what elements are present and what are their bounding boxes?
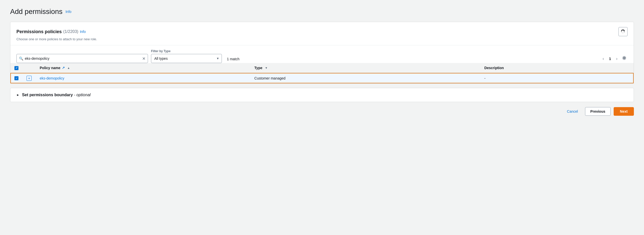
prev-page-button[interactable]: ‹: [601, 55, 605, 62]
row-policy-name-cell: eks-demopolicy: [36, 73, 250, 84]
filter-type-label: Filter by Type: [151, 49, 222, 53]
row-checkbox-cell[interactable]: ✓: [10, 73, 23, 84]
footer: Cancel Previous Next: [10, 102, 634, 116]
filter-row: 🔍 ✕ Filter by Type All types AWS managed…: [10, 45, 634, 63]
permissions-card: Permissions policies (1/2203) Info Choos…: [10, 22, 634, 84]
row-type-cell: Customer managed: [250, 73, 480, 84]
boundary-optional-text: - optional: [74, 93, 91, 97]
pagination-row: ‹ 1 ›: [601, 55, 628, 63]
previous-button[interactable]: Previous: [585, 107, 611, 116]
cancel-button[interactable]: Cancel: [563, 107, 582, 115]
page-info-link[interactable]: Info: [66, 10, 71, 14]
card-count: (1/2203): [63, 29, 78, 34]
policy-name-col-label: Policy name: [40, 66, 60, 70]
th-expand: [23, 63, 36, 73]
card-title-group: Permissions policies (1/2203) Info: [16, 29, 86, 34]
table-row[interactable]: ✓ + eks-demopolicy Customer managed: [10, 73, 634, 84]
refresh-button[interactable]: [618, 27, 628, 36]
next-button[interactable]: Next: [614, 107, 634, 116]
row-type-value: Customer managed: [254, 76, 286, 80]
header-checkbox[interactable]: ✓: [14, 66, 18, 70]
external-link-icon: ↗: [62, 66, 65, 70]
sort-desc-icon: ▼: [265, 66, 268, 69]
page-container: Add permissions Info Permissions policie…: [10, 8, 634, 116]
policy-table: ✓ Policy name ↗ ▲: [10, 63, 634, 84]
page-number: 1: [608, 57, 613, 61]
boundary-title-text: Set permissions boundary: [22, 93, 73, 97]
description-col-label: Description: [484, 66, 504, 70]
expand-icon[interactable]: +: [27, 76, 32, 81]
search-input[interactable]: [16, 54, 148, 63]
card-title: Permissions policies: [16, 29, 62, 34]
type-select-wrapper: All types AWS managed Customer managed I…: [151, 54, 222, 63]
row-expand-cell[interactable]: +: [23, 73, 36, 84]
checkmark-icon: ✓: [15, 67, 18, 69]
sort-asc-icon: ▲: [67, 66, 70, 69]
card-title-row: Permissions policies (1/2203) Info: [16, 27, 628, 36]
table-section: ✓ Policy name ↗ ▲: [10, 63, 634, 84]
page-title-row: Add permissions Info: [10, 8, 634, 16]
clear-search-button[interactable]: ✕: [142, 56, 146, 62]
type-col-label: Type: [254, 66, 263, 70]
boundary-expand-arrow: ►: [16, 93, 19, 97]
gear-icon: [622, 56, 627, 60]
th-type[interactable]: Type ▼: [250, 63, 480, 73]
row-checkmark-icon: ✓: [15, 77, 18, 80]
table-header-row: ✓ Policy name ↗ ▲: [10, 63, 634, 73]
type-select[interactable]: All types AWS managed Customer managed I…: [151, 54, 222, 63]
row-checkbox[interactable]: ✓: [14, 76, 18, 80]
card-header: Permissions policies (1/2203) Info Choos…: [10, 22, 634, 45]
refresh-icon: [621, 30, 625, 34]
card-info-link[interactable]: Info: [80, 30, 86, 34]
th-description: Description: [480, 63, 634, 73]
boundary-section[interactable]: ► Set permissions boundary - optional: [10, 88, 634, 102]
row-description-cell: -: [480, 73, 634, 84]
page-title: Add permissions: [10, 8, 62, 16]
table-body: ✓ + eks-demopolicy Customer managed: [10, 73, 634, 84]
match-info: 1 match: [227, 57, 240, 63]
search-group: 🔍 ✕: [16, 54, 148, 63]
th-policy-name[interactable]: Policy name ↗ ▲: [36, 63, 250, 73]
row-description-value: -: [484, 76, 486, 80]
type-filter-group: Filter by Type All types AWS managed Cus…: [151, 49, 222, 63]
card-subtitle: Choose one or more policies to attach to…: [16, 37, 628, 41]
boundary-title: Set permissions boundary - optional: [22, 93, 91, 97]
policy-name-link[interactable]: eks-demopolicy: [40, 76, 64, 80]
table-settings-button[interactable]: [621, 55, 628, 63]
table-head: ✓ Policy name ↗ ▲: [10, 63, 634, 73]
search-wrapper: 🔍 ✕: [16, 54, 148, 63]
th-checkbox: ✓: [10, 63, 23, 73]
next-page-button[interactable]: ›: [615, 55, 619, 62]
